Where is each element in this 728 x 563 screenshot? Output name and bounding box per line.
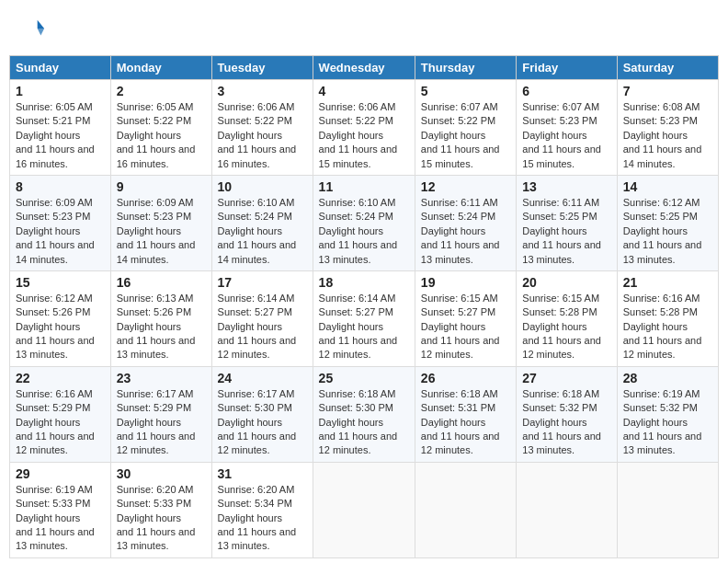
- calendar-week-2: 8 Sunrise: 6:09 AM Sunset: 5:23 PM Dayli…: [10, 175, 719, 270]
- day-info: Sunrise: 6:13 AM Sunset: 5:26 PM Dayligh…: [117, 292, 206, 362]
- day-number: 19: [421, 275, 510, 290]
- day-number: 3: [218, 84, 307, 98]
- sunset-label: Sunset: 5:28 PM: [623, 306, 698, 317]
- sunset-label: Sunset: 5:32 PM: [522, 402, 597, 413]
- day-info: Sunrise: 6:06 AM Sunset: 5:22 PM Dayligh…: [319, 100, 409, 171]
- sunrise-label: Sunrise: 6:14 AM: [218, 293, 295, 304]
- calendar-cell: 12 Sunrise: 6:11 AM Sunset: 5:24 PM Dayl…: [415, 175, 516, 270]
- sunrise-label: Sunrise: 6:19 AM: [623, 388, 700, 399]
- day-info: Sunrise: 6:07 AM Sunset: 5:23 PM Dayligh…: [522, 100, 610, 171]
- daylight-label: Daylight hours: [117, 512, 181, 523]
- calendar-cell: 30 Sunrise: 6:20 AM Sunset: 5:33 PM Dayl…: [110, 462, 211, 557]
- day-info: Sunrise: 6:10 AM Sunset: 5:24 PM Dayligh…: [218, 196, 307, 267]
- day-number: 23: [117, 371, 206, 385]
- day-number: 9: [117, 179, 206, 194]
- daylight-value: and 11 hours and 15 minutes.: [421, 144, 500, 168]
- calendar-cell: 5 Sunrise: 6:07 AM Sunset: 5:22 PM Dayli…: [415, 80, 516, 176]
- day-info: Sunrise: 6:19 AM Sunset: 5:33 PM Dayligh…: [16, 483, 105, 554]
- daylight-label: Daylight hours: [16, 417, 80, 428]
- day-number: 12: [421, 179, 510, 194]
- daylight-value: and 11 hours and 16 minutes.: [218, 144, 297, 168]
- day-number: 15: [16, 275, 105, 290]
- daylight-label: Daylight hours: [218, 321, 282, 332]
- weekday-header-thursday: Thursday: [415, 56, 516, 80]
- sunset-label: Sunset: 5:22 PM: [218, 115, 292, 126]
- calendar-cell: 16 Sunrise: 6:13 AM Sunset: 5:26 PM Dayl…: [110, 270, 211, 366]
- sunset-label: Sunset: 5:27 PM: [218, 306, 292, 317]
- calendar-cell: 15 Sunrise: 6:12 AM Sunset: 5:26 PM Dayl…: [10, 270, 111, 366]
- daylight-label: Daylight hours: [218, 512, 282, 523]
- daylight-value: and 11 hours and 13 minutes.: [16, 526, 95, 551]
- weekday-header-friday: Friday: [517, 56, 617, 80]
- sunset-label: Sunset: 5:27 PM: [421, 306, 495, 317]
- daylight-value: and 11 hours and 12 minutes.: [16, 431, 95, 455]
- logo-icon: [20, 17, 46, 42]
- sunrise-label: Sunrise: 6:08 AM: [623, 101, 700, 112]
- sunrise-label: Sunrise: 6:10 AM: [218, 197, 295, 208]
- sunset-label: Sunset: 5:28 PM: [522, 306, 597, 317]
- day-info: Sunrise: 6:05 AM Sunset: 5:21 PM Dayligh…: [16, 100, 105, 171]
- daylight-value: and 11 hours and 14 minutes.: [623, 144, 702, 168]
- weekday-header-saturday: Saturday: [617, 56, 718, 80]
- calendar-cell: 19 Sunrise: 6:15 AM Sunset: 5:27 PM Dayl…: [415, 270, 516, 366]
- day-number: 27: [522, 371, 610, 385]
- day-info: Sunrise: 6:18 AM Sunset: 5:32 PM Dayligh…: [522, 387, 610, 458]
- weekday-header-tuesday: Tuesday: [211, 56, 313, 80]
- sunset-label: Sunset: 5:30 PM: [218, 402, 292, 413]
- sunrise-label: Sunrise: 6:16 AM: [16, 388, 93, 399]
- sunrise-label: Sunrise: 6:05 AM: [16, 101, 93, 112]
- calendar-cell: 28 Sunrise: 6:19 AM Sunset: 5:32 PM Dayl…: [617, 366, 718, 462]
- sunrise-label: Sunrise: 6:07 AM: [421, 101, 498, 112]
- sunrise-label: Sunrise: 6:06 AM: [218, 101, 295, 112]
- calendar-cell: 24 Sunrise: 6:17 AM Sunset: 5:30 PM Dayl…: [211, 366, 313, 462]
- day-info: Sunrise: 6:14 AM Sunset: 5:27 PM Dayligh…: [319, 292, 409, 362]
- calendar-cell: 10 Sunrise: 6:10 AM Sunset: 5:24 PM Dayl…: [211, 175, 313, 270]
- daylight-value: and 11 hours and 14 minutes.: [16, 239, 95, 264]
- daylight-value: and 11 hours and 12 minutes.: [319, 335, 398, 360]
- daylight-label: Daylight hours: [623, 130, 688, 141]
- daylight-label: Daylight hours: [421, 321, 485, 332]
- day-number: 31: [218, 466, 307, 481]
- daylight-label: Daylight hours: [522, 321, 586, 332]
- day-number: 10: [218, 179, 307, 194]
- day-number: 14: [623, 179, 712, 194]
- calendar-cell: 6 Sunrise: 6:07 AM Sunset: 5:23 PM Dayli…: [517, 80, 617, 176]
- calendar-week-3: 15 Sunrise: 6:12 AM Sunset: 5:26 PM Dayl…: [10, 270, 719, 366]
- daylight-label: Daylight hours: [623, 417, 688, 428]
- daylight-value: and 11 hours and 15 minutes.: [319, 144, 398, 168]
- sunset-label: Sunset: 5:25 PM: [522, 211, 597, 222]
- daylight-label: Daylight hours: [421, 417, 485, 428]
- day-number: 22: [16, 371, 105, 385]
- sunrise-label: Sunrise: 6:06 AM: [319, 101, 396, 112]
- sunrise-label: Sunrise: 6:20 AM: [218, 484, 295, 495]
- day-info: Sunrise: 6:11 AM Sunset: 5:24 PM Dayligh…: [421, 196, 510, 267]
- calendar-cell: 20 Sunrise: 6:15 AM Sunset: 5:28 PM Dayl…: [517, 270, 617, 366]
- daylight-label: Daylight hours: [117, 321, 181, 332]
- calendar-cell: 22 Sunrise: 6:16 AM Sunset: 5:29 PM Dayl…: [10, 366, 111, 462]
- sunrise-label: Sunrise: 6:19 AM: [16, 484, 93, 495]
- day-info: Sunrise: 6:17 AM Sunset: 5:29 PM Dayligh…: [117, 387, 206, 458]
- sunset-label: Sunset: 5:24 PM: [218, 211, 292, 222]
- sunset-label: Sunset: 5:29 PM: [16, 402, 90, 413]
- sunrise-label: Sunrise: 6:18 AM: [522, 388, 599, 399]
- daylight-value: and 11 hours and 16 minutes.: [117, 144, 196, 168]
- daylight-label: Daylight hours: [623, 321, 688, 332]
- calendar-week-4: 22 Sunrise: 6:16 AM Sunset: 5:29 PM Dayl…: [10, 366, 719, 462]
- calendar-cell: [517, 462, 617, 557]
- daylight-label: Daylight hours: [218, 417, 282, 428]
- calendar-cell: 14 Sunrise: 6:12 AM Sunset: 5:25 PM Dayl…: [617, 175, 718, 270]
- daylight-label: Daylight hours: [218, 130, 282, 141]
- calendar-cell: 17 Sunrise: 6:14 AM Sunset: 5:27 PM Dayl…: [211, 270, 313, 366]
- day-number: 30: [117, 466, 206, 481]
- sunset-label: Sunset: 5:21 PM: [16, 115, 90, 126]
- day-number: 11: [319, 179, 409, 194]
- day-number: 20: [522, 275, 610, 290]
- sunset-label: Sunset: 5:23 PM: [117, 211, 191, 222]
- sunrise-label: Sunrise: 6:18 AM: [319, 388, 396, 399]
- day-number: 6: [522, 84, 610, 98]
- sunrise-label: Sunrise: 6:12 AM: [623, 197, 700, 208]
- sunrise-label: Sunrise: 6:10 AM: [319, 197, 396, 208]
- daylight-label: Daylight hours: [522, 417, 586, 428]
- day-number: 17: [218, 275, 307, 290]
- calendar-cell: 18 Sunrise: 6:14 AM Sunset: 5:27 PM Dayl…: [313, 270, 415, 366]
